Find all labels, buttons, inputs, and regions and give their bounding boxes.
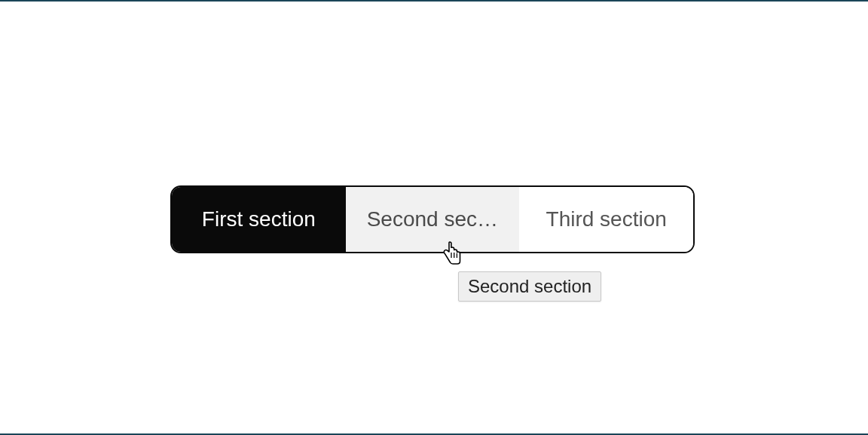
segment-third-section[interactable]: Third section xyxy=(519,187,693,252)
segmented-control: First section Second sect... Third secti… xyxy=(170,185,695,253)
segment-label: Third section xyxy=(540,207,672,231)
tooltip: Second section xyxy=(458,271,601,302)
segment-second-section[interactable]: Second sect... xyxy=(346,187,520,252)
segment-label: Second sect... xyxy=(367,207,499,231)
segment-first-section[interactable]: First section xyxy=(172,187,346,252)
tooltip-text: Second section xyxy=(468,276,591,296)
segment-label: First section xyxy=(193,207,325,231)
